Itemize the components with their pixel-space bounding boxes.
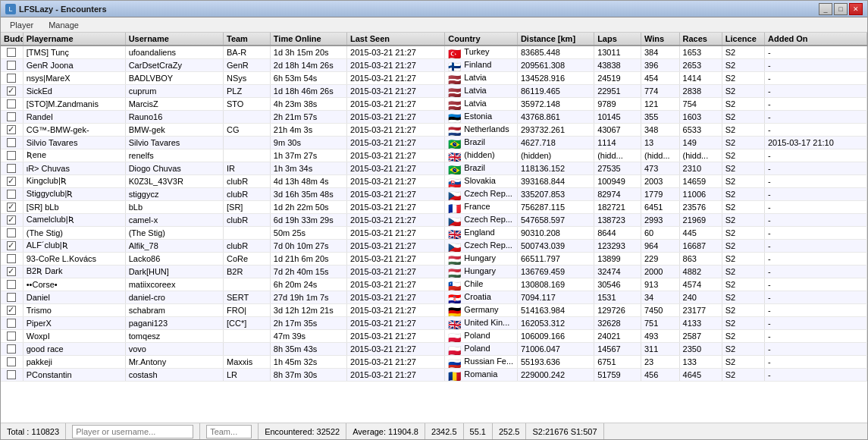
col-header-wins[interactable]: Wins <box>641 33 679 46</box>
col-header-distance[interactable]: Distance [km] <box>517 33 594 46</box>
buddy-checkbox[interactable] <box>7 344 16 354</box>
table-row[interactable]: 93-CoRe L.KovácsLacko86CoRe1d 21h 6m 20s… <box>1 252 867 265</box>
buddy-checkbox-cell[interactable] <box>1 46 23 58</box>
buddy-checkbox-cell[interactable] <box>1 110 23 123</box>
table-row[interactable]: pakkejiMr.AntonyMaxxis1h 45m 32s2015-03-… <box>1 355 867 368</box>
maximize-button[interactable]: □ <box>834 3 848 15</box>
minimize-button[interactable]: _ <box>819 3 832 15</box>
buddy-checkbox[interactable] <box>7 357 16 366</box>
buddy-checkbox-cell[interactable] <box>1 329 23 342</box>
table-row[interactable]: RandelRauno162h 21m 57s2015-03-21 21:27🇪… <box>1 110 867 123</box>
buddy-checkbox-cell[interactable] <box>1 265 23 278</box>
buddy-checkbox-cell[interactable] <box>1 84 23 97</box>
buddy-checkbox-cell[interactable] <box>1 58 23 71</box>
buddy-checkbox[interactable] <box>7 280 16 289</box>
buddy-checkbox-cell[interactable] <box>1 162 23 174</box>
table-row[interactable]: Camelclub|Ʀcamel-xclubR6d 19h 33m 29s201… <box>1 213 867 226</box>
table-row[interactable]: WoxpItomqesz47m 39s2015-03-21 21:27🇵🇱Pol… <box>1 329 867 342</box>
table-row[interactable]: Ʀenerenelfs1h 37m 27s2015-03-21 21:27🇬🇧(… <box>1 149 867 162</box>
buddy-checkbox-cell[interactable] <box>1 213 23 226</box>
buddy-checkbox[interactable] <box>7 306 16 315</box>
buddy-checkbox-cell[interactable] <box>1 291 23 303</box>
buddy-checkbox-cell[interactable] <box>1 187 23 200</box>
buddy-checkbox[interactable] <box>7 293 16 302</box>
team-input[interactable] <box>206 425 252 438</box>
buddy-checkbox-cell[interactable] <box>1 252 23 265</box>
col-header-licence[interactable]: Licence <box>722 33 764 46</box>
table-row[interactable]: [STO]M.ZandmanisMarcisZSTO4h 23m 38s2015… <box>1 97 867 110</box>
buddy-checkbox[interactable] <box>7 319 16 328</box>
buddy-checkbox[interactable] <box>7 190 16 199</box>
buddy-checkbox[interactable] <box>7 370 16 379</box>
buddy-checkbox[interactable] <box>7 99 16 108</box>
buddy-checkbox-cell[interactable] <box>1 239 23 252</box>
buddy-checkbox-cell[interactable] <box>1 355 23 368</box>
table-row[interactable]: nsys|MareXBADLVBOYNSys6h 53m 54s2015-03-… <box>1 71 867 84</box>
status-team[interactable] <box>200 423 259 439</box>
buddy-checkbox[interactable] <box>7 164 16 173</box>
buddy-checkbox-cell[interactable] <box>1 200 23 213</box>
col-header-username[interactable]: Username <box>125 33 223 46</box>
menu-manage[interactable]: Manage <box>42 19 85 31</box>
table-row[interactable]: Stiggyclub|ƦstiggyczclubR3d 16h 35m 48s2… <box>1 187 867 200</box>
col-header-country[interactable]: Country <box>445 33 518 46</box>
buddy-checkbox[interactable] <box>7 215 16 225</box>
table-row[interactable]: CG™-BMW-gek-BMW-gekCG21h 4m 3s2015-03-21… <box>1 123 867 136</box>
buddy-checkbox-cell[interactable] <box>1 278 23 291</box>
table-row[interactable]: (The Stig)(The Stig)50m 25s2015-03-21 21… <box>1 226 867 239</box>
search-input[interactable] <box>72 425 193 438</box>
col-header-team[interactable]: Team <box>223 33 270 46</box>
table-row[interactable]: B2Ʀ DarkDark[HUN]B2R7d 2h 40m 15s2015-03… <box>1 265 867 278</box>
table-row[interactable]: Silvio TavaresSilvio Tavares9m 30s2015-0… <box>1 136 867 149</box>
col-header-lastseen[interactable]: Last Seen <box>347 33 445 46</box>
table-row[interactable]: good racevovo8h 35m 43s2015-03-21 21:27🇵… <box>1 342 867 355</box>
buddy-checkbox-cell[interactable] <box>1 136 23 149</box>
buddy-checkbox-cell[interactable] <box>1 368 23 381</box>
buddy-checkbox[interactable] <box>7 61 16 70</box>
table-row[interactable]: TrismoschabramFRO|3d 12h 12m 21s2015-03-… <box>1 303 867 316</box>
buddy-checkbox-cell[interactable] <box>1 71 23 84</box>
menu-player[interactable]: Player <box>4 19 39 31</box>
col-header-buddie[interactable]: Buddie <box>1 33 23 46</box>
table-row[interactable]: SickEdcuprumPLZ1d 18h 46m 26s2015-03-21 … <box>1 84 867 97</box>
col-header-races[interactable]: Races <box>679 33 722 46</box>
buddy-checkbox[interactable] <box>7 112 16 121</box>
table-row[interactable]: Danieldaniel-croSERT27d 19h 1m 7s2015-03… <box>1 291 867 303</box>
buddy-checkbox[interactable] <box>7 332 16 341</box>
table-row[interactable]: GenR JoonaCarDsetCraZyGenR2d 18h 14m 26s… <box>1 58 867 71</box>
buddy-checkbox[interactable] <box>7 151 16 160</box>
col-header-laps[interactable]: Laps <box>594 33 641 46</box>
table-row[interactable]: Kingclub|ƦK0Z3L_43V3RclubR4d 13h 48m 4s2… <box>1 174 867 187</box>
buddy-checkbox-cell[interactable] <box>1 316 23 329</box>
buddy-checkbox[interactable] <box>7 203 16 212</box>
col-header-timeonline[interactable]: Time Online <box>270 33 346 46</box>
buddy-checkbox[interactable] <box>7 228 16 237</box>
buddy-checkbox-cell[interactable] <box>1 123 23 136</box>
close-button[interactable]: ✕ <box>849 3 863 15</box>
table-row[interactable]: PConstantincostashLR8h 37m 30s2015-03-21… <box>1 368 867 381</box>
buddy-checkbox-cell[interactable] <box>1 303 23 316</box>
buddy-checkbox-cell[interactable] <box>1 149 23 162</box>
status-search[interactable] <box>66 423 200 439</box>
buddy-checkbox[interactable] <box>7 267 16 276</box>
buddy-checkbox[interactable] <box>7 254 16 263</box>
table-row[interactable]: [TMS] TunçufoandaliensBA-R1d 3h 15m 20s2… <box>1 46 867 58</box>
table-row[interactable]: ιR> ChuvasDiogo ChuvasIR1h 3m 34s2015-03… <box>1 162 867 174</box>
buddy-checkbox[interactable] <box>7 74 16 83</box>
buddy-checkbox[interactable] <box>7 177 16 186</box>
table-container[interactable]: Buddie Playername Username Team Time Onl… <box>1 33 867 423</box>
col-header-addedon[interactable]: Added On <box>765 33 867 46</box>
buddy-checkbox-cell[interactable] <box>1 97 23 110</box>
buddy-checkbox-cell[interactable] <box>1 226 23 239</box>
buddy-checkbox[interactable] <box>7 86 16 96</box>
buddy-checkbox[interactable] <box>7 125 16 134</box>
table-row[interactable]: ••Corse•matiixcoreex6h 20m 24s2015-03-21… <box>1 278 867 291</box>
table-row[interactable]: [SR] bLbbLb[SR]1d 2h 22m 50s2015-03-21 2… <box>1 200 867 213</box>
buddy-checkbox[interactable] <box>7 138 16 147</box>
table-row[interactable]: PiperXpagani123[CC*]2h 17m 35s2015-03-21… <box>1 316 867 329</box>
buddy-checkbox[interactable] <box>7 48 16 57</box>
buddy-checkbox[interactable] <box>7 241 16 250</box>
table-row[interactable]: ALF´club|ƦAlfik_78clubR7d 0h 10m 27s2015… <box>1 239 867 252</box>
buddy-checkbox-cell[interactable] <box>1 174 23 187</box>
col-header-playername[interactable]: Playername <box>23 33 125 46</box>
